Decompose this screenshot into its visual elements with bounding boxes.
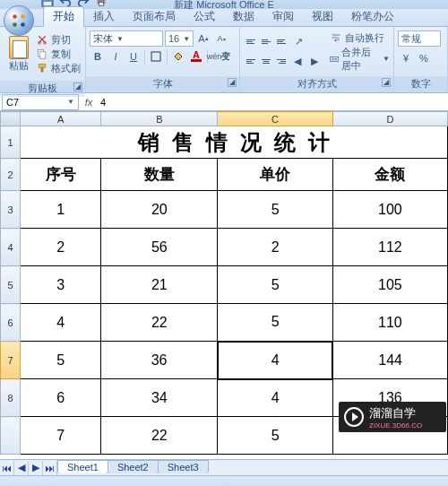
select-all-corner[interactable] <box>1 112 21 126</box>
tab-formula[interactable]: 公式 <box>185 7 224 26</box>
row-header-2[interactable]: 2 <box>1 159 21 191</box>
cell[interactable]: 6 <box>21 379 101 417</box>
fill-color-button[interactable] <box>170 48 186 65</box>
cell[interactable]: 5 <box>218 417 332 455</box>
alignment-dialog-launcher[interactable]: ◢ <box>382 78 391 87</box>
sheet-tab-1[interactable]: Sheet1 <box>57 460 108 473</box>
grow-font-button[interactable]: A▴ <box>195 30 211 47</box>
header-cell[interactable]: 数量 <box>101 159 218 191</box>
underline-button[interactable]: U <box>125 48 142 65</box>
italic-button[interactable]: I <box>108 48 124 65</box>
wrap-text-button[interactable]: 自动换行 <box>330 31 390 45</box>
row-header-9[interactable] <box>1 417 21 455</box>
merge-center-button[interactable]: 合并后居中▼ <box>330 46 390 73</box>
bold-button[interactable]: B <box>90 48 106 65</box>
print-icon[interactable] <box>95 0 108 7</box>
status-bar <box>0 475 448 486</box>
font-name-combo[interactable]: 宋体▼ <box>90 30 163 47</box>
orientation-button[interactable]: ↗ <box>289 34 307 50</box>
align-bottom-button[interactable] <box>274 36 289 48</box>
cell[interactable]: 5 <box>218 191 332 229</box>
sheet-nav-last[interactable]: ⏭ <box>43 461 57 475</box>
cell[interactable]: 56 <box>101 229 218 266</box>
col-header-A[interactable]: A <box>21 112 101 126</box>
tab-home[interactable]: 开始 <box>43 6 84 27</box>
align-left-button[interactable] <box>244 56 258 68</box>
cell[interactable]: 22 <box>101 304 218 342</box>
cell[interactable]: 2 <box>218 229 332 266</box>
sheet-tab-2[interactable]: Sheet2 <box>108 460 159 473</box>
cell[interactable]: 5 <box>218 304 332 342</box>
cell[interactable]: 4 <box>218 379 332 417</box>
copy-button[interactable]: 复制 <box>36 48 81 61</box>
font-dialog-launcher[interactable]: ◢ <box>228 78 237 87</box>
cell[interactable]: 100 <box>332 191 447 229</box>
cell[interactable]: 5 <box>218 266 332 304</box>
tab-insert[interactable]: 插入 <box>84 7 124 26</box>
tab-layout[interactable]: 页面布局 <box>124 7 185 26</box>
cell[interactable]: 21 <box>101 266 218 304</box>
cell[interactable]: 4 <box>21 304 101 342</box>
percent-button[interactable]: % <box>416 50 432 66</box>
cell[interactable]: 20 <box>101 191 218 229</box>
format-painter-button[interactable]: 格式刷 <box>36 62 81 75</box>
selected-cell[interactable]: 4 <box>218 342 332 379</box>
border-button[interactable] <box>148 48 164 65</box>
sheet-nav-first[interactable]: ⏮ <box>0 461 14 475</box>
decrease-indent-button[interactable]: ◀ <box>289 54 306 70</box>
cell[interactable]: 3 <box>21 266 101 304</box>
col-header-B[interactable]: B <box>101 112 218 126</box>
row-header-5[interactable]: 5 <box>1 266 21 304</box>
formula-input[interactable]: 4 <box>97 97 448 108</box>
svg-rect-15 <box>41 67 44 72</box>
increase-indent-button[interactable]: ▶ <box>306 54 323 70</box>
cell[interactable]: 7 <box>21 417 101 455</box>
sheet-nav-next[interactable]: ▶ <box>29 461 43 475</box>
cell[interactable]: 110 <box>332 304 447 342</box>
tab-review[interactable]: 审阅 <box>263 7 303 26</box>
cut-button[interactable]: 剪切 <box>36 33 81 47</box>
paste-button[interactable]: 粘贴 <box>4 29 34 79</box>
header-cell[interactable]: 单价 <box>218 159 332 191</box>
cell[interactable]: 5 <box>21 342 101 379</box>
align-middle-button[interactable] <box>259 36 273 48</box>
font-size-combo[interactable]: 16▼ <box>165 30 194 47</box>
watermark-brand: 溜溜自学 <box>369 405 422 421</box>
number-format-combo[interactable]: 常规 <box>398 30 441 47</box>
cell[interactable]: 22 <box>101 417 218 455</box>
worksheet[interactable]: A B C D 1 销售情况统计 2 序号 数量 单价 金额 3 1 20 5 … <box>0 111 448 459</box>
tab-view[interactable]: 视图 <box>303 7 342 26</box>
cell[interactable]: 144 <box>332 342 447 379</box>
align-top-button[interactable] <box>244 36 258 48</box>
row-header-8[interactable]: 8 <box>1 379 21 417</box>
title-cell[interactable]: 销售情况统计 <box>21 126 448 159</box>
fx-icon[interactable]: fx <box>81 97 97 108</box>
cell[interactable]: 1 <box>21 191 101 229</box>
align-right-button[interactable] <box>274 56 289 68</box>
cell[interactable]: 2 <box>21 229 101 266</box>
col-header-C[interactable]: C <box>218 112 332 126</box>
tab-data[interactable]: 数据 <box>224 7 263 26</box>
cell[interactable]: 36 <box>101 342 218 379</box>
shrink-font-button[interactable]: A▾ <box>213 30 229 47</box>
cell[interactable]: 105 <box>332 266 447 304</box>
row-header-6[interactable]: 6 <box>1 304 21 342</box>
cell[interactable]: 112 <box>332 229 447 266</box>
row-header-7[interactable]: 7 <box>1 342 21 379</box>
tab-addin[interactable]: 粉笔办公 <box>342 7 403 26</box>
font-color-button[interactable]: A <box>188 48 204 65</box>
col-header-D[interactable]: D <box>332 112 447 126</box>
row-header-3[interactable]: 3 <box>1 191 21 229</box>
clipboard-dialog-launcher[interactable]: ◢ <box>73 82 82 91</box>
row-header-1[interactable]: 1 <box>1 126 21 159</box>
header-cell[interactable]: 金额 <box>332 159 447 191</box>
cell[interactable]: 34 <box>101 379 218 417</box>
header-cell[interactable]: 序号 <box>21 159 101 191</box>
phonetic-button[interactable]: wén变 <box>211 48 227 65</box>
office-button[interactable] <box>4 5 34 36</box>
sheet-nav-prev[interactable]: ◀ <box>14 461 29 475</box>
currency-button[interactable]: ¥ <box>398 50 414 66</box>
align-center-button[interactable] <box>259 56 273 68</box>
row-header-4[interactable]: 4 <box>1 229 21 266</box>
sheet-tab-3[interactable]: Sheet3 <box>158 460 209 473</box>
